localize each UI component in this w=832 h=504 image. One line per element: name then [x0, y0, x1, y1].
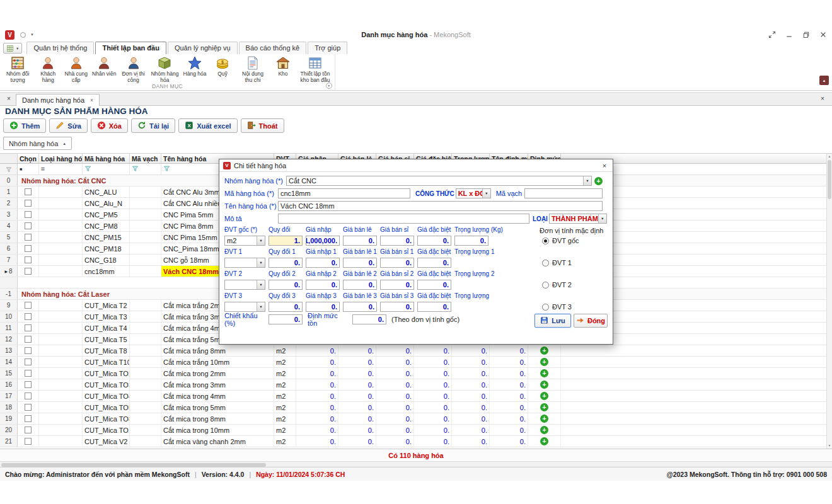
unit-value-input[interactable]: 0.: [380, 236, 414, 246]
dialog-close-icon[interactable]: ×: [600, 162, 609, 169]
row-checkbox[interactable]: [25, 234, 32, 241]
close-tab-icon[interactable]: ×: [90, 97, 93, 103]
unit-value-input[interactable]: 0.: [306, 258, 340, 268]
close-dialog-button[interactable]: Đóng: [574, 314, 608, 328]
unit-value-input[interactable]: 0.: [269, 258, 303, 268]
row-checkbox[interactable]: [25, 313, 32, 320]
add-norm-button[interactable]: +: [540, 381, 548, 389]
vertical-scrollbar[interactable]: ▲▼: [826, 154, 832, 449]
app-menu-button[interactable]: ▼: [3, 43, 22, 54]
add-button[interactable]: Thêm: [3, 118, 46, 133]
row-checkbox[interactable]: [25, 415, 32, 422]
table-row[interactable]: 16CUT_Mica TO3Cắt mica trong 3mmm20.0.0.…: [0, 379, 832, 391]
minimize-button[interactable]: [785, 31, 793, 38]
row-checkbox[interactable]: [25, 404, 32, 411]
chevron-down-icon[interactable]: ▼: [257, 280, 265, 289]
column-header[interactable]: Loại hàng hóa: [39, 154, 83, 163]
unit-value-input[interactable]: 0.: [306, 302, 340, 312]
unit-value-input[interactable]: 0.: [454, 236, 488, 246]
radio-option[interactable]: ĐVT 2: [542, 281, 572, 289]
tab-danh-muc-hang-hoa[interactable]: Danh mục hàng hóa ×: [16, 94, 100, 106]
table-row[interactable]: 13CUT_Mica T8Cắt mica trắng 8mmm20.0.0.0…: [0, 345, 832, 357]
row-checkbox[interactable]: [25, 370, 32, 377]
discount-input[interactable]: 0.: [269, 314, 303, 324]
unit-combo[interactable]: m2▼: [224, 236, 265, 246]
column-header[interactable]: Mã hàng hóa: [83, 154, 130, 163]
add-norm-button[interactable]: +: [540, 426, 548, 434]
row-checkbox[interactable]: [25, 302, 32, 309]
column-header[interactable]: Chọn: [18, 154, 39, 163]
table-row[interactable]: 19CUT_Mica TO8Cắt mica trong 8mmm20.0.0.…: [0, 413, 832, 425]
add-norm-button[interactable]: +: [540, 437, 548, 445]
table-row[interactable]: 14CUT_Mica T10Cắt mica trắng 10mmm20.0.0…: [0, 357, 832, 368]
radio-option[interactable]: ĐVT 3: [542, 303, 572, 311]
ribbon-item[interactable]: Nhà cung cấp: [62, 55, 90, 83]
close-button[interactable]: [819, 31, 827, 38]
close-strip-icon[interactable]: ×: [818, 93, 828, 104]
row-checkbox[interactable]: [25, 324, 32, 331]
exit-button[interactable]: Thoát: [241, 118, 284, 133]
product-name-input[interactable]: Vách CNC 18mm: [278, 201, 603, 211]
reload-button[interactable]: Tải lại: [131, 118, 175, 133]
add-norm-button[interactable]: +: [540, 346, 548, 355]
table-row[interactable]: 18CUT_Mica TO5Cắt mica trong 5mmm20.0.0.…: [0, 402, 832, 413]
description-input[interactable]: [278, 214, 529, 224]
filter-row-indicator[interactable]: [0, 164, 18, 175]
unit-value-input[interactable]: 0.: [269, 280, 303, 290]
unit-value-input[interactable]: 0.: [269, 302, 303, 312]
stock-norm-input[interactable]: 0.: [352, 314, 386, 324]
row-checkbox[interactable]: [25, 381, 32, 388]
chevron-down-icon[interactable]: ▼: [257, 258, 265, 267]
add-product-group-button[interactable]: +: [594, 177, 603, 185]
row-checkbox[interactable]: [25, 358, 32, 365]
product-group-combo[interactable]: Cắt CNC ▼: [286, 176, 592, 186]
table-row[interactable]: 15CUT_Mica TO2Cắt mica trong 2mmm20.0.0.…: [0, 368, 832, 379]
row-checkbox[interactable]: [25, 438, 32, 445]
save-button[interactable]: Lưu: [534, 314, 571, 328]
ribbon-item[interactable]: Kho: [269, 55, 297, 77]
unit-value-input[interactable]: 0.: [380, 280, 414, 290]
unit-value-input[interactable]: 0.: [343, 236, 377, 246]
row-checkbox[interactable]: [25, 336, 32, 343]
ribbon-item[interactable]: Đơn vị thi công: [118, 55, 149, 83]
table-row[interactable]: 21CUT_Mica V2Cắt mica vàng chanh 2mmm20.…: [0, 436, 832, 447]
unit-value-input[interactable]: 0.: [343, 280, 377, 290]
row-checkbox[interactable]: [25, 268, 32, 275]
add-norm-button[interactable]: +: [540, 403, 548, 411]
row-checkbox[interactable]: [25, 392, 32, 399]
ribbon-item[interactable]: Nhóm đối tượng: [1, 55, 34, 83]
unit-value-input[interactable]: 0.: [306, 280, 340, 290]
column-header[interactable]: Mã vạch: [130, 154, 161, 163]
unit-value-input[interactable]: 0.: [380, 302, 414, 312]
add-norm-button[interactable]: +: [540, 415, 548, 423]
chevron-down-icon[interactable]: ▼: [583, 176, 591, 185]
restore-button[interactable]: [802, 31, 810, 38]
ribbon-collapse-button[interactable]: ▲: [819, 76, 829, 85]
unit-combo[interactable]: ▼: [224, 280, 265, 290]
ribbon-item[interactable]: Nhóm hàng hóa: [149, 55, 181, 83]
row-checkbox[interactable]: [25, 200, 32, 207]
quick-access-icon[interactable]: [20, 32, 26, 38]
ribbon-tab[interactable]: Quản trị hệ thống: [26, 42, 94, 54]
unit-value-input[interactable]: 0.: [417, 302, 451, 312]
add-norm-button[interactable]: +: [540, 358, 548, 366]
fullscreen-button[interactable]: [768, 31, 776, 38]
filter-cell[interactable]: =: [39, 164, 83, 175]
unit-value-input[interactable]: 0.: [380, 258, 414, 268]
product-code-input[interactable]: cnc18mm: [278, 188, 410, 198]
row-checkbox[interactable]: [25, 347, 32, 354]
ribbon-tab[interactable]: Quản lý nghiệp vụ: [168, 42, 238, 54]
chevron-down-icon[interactable]: ▼: [257, 302, 265, 311]
unit-value-input[interactable]: 0.: [417, 236, 451, 246]
type-combo[interactable]: THÀNH PHẨM ▼: [549, 214, 607, 224]
table-row[interactable]: 20CUT_Mica TO10Cắt mica trong 10mmm20.0.…: [0, 425, 832, 436]
unit-value-input[interactable]: 0.: [417, 280, 451, 290]
delete-button[interactable]: Xóa: [91, 118, 128, 133]
filter-cell[interactable]: [130, 164, 161, 175]
app-logo-icon[interactable]: V: [5, 30, 14, 40]
chevron-down-icon[interactable]: ▼: [482, 189, 490, 198]
ribbon-item[interactable]: Thiết lập tồn kho ban đầu: [297, 55, 333, 83]
row-checkbox[interactable]: [25, 188, 32, 195]
unit-value-input[interactable]: 0.: [343, 258, 377, 268]
filter-cell[interactable]: ■: [18, 164, 39, 175]
